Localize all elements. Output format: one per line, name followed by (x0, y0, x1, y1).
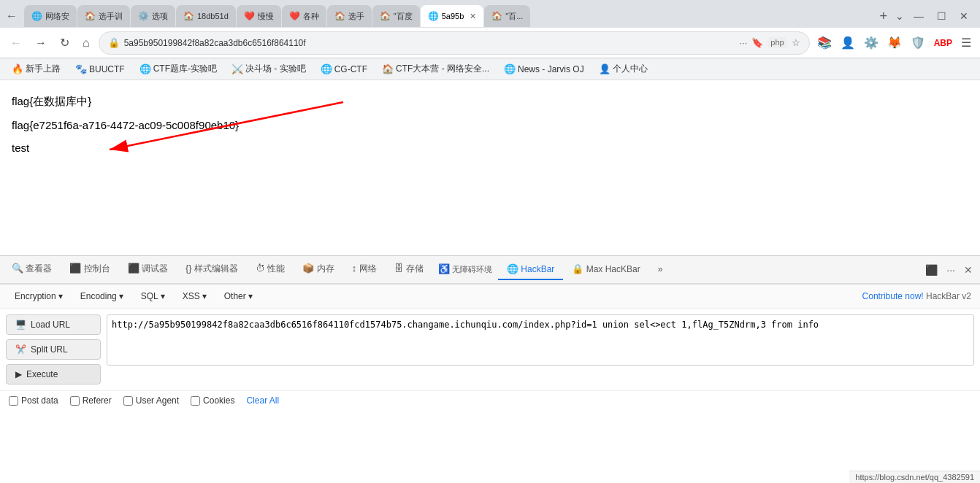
xss-chevron-icon: ▾ (202, 291, 207, 301)
tab-5[interactable]: ❤️ 慢慢 (237, 5, 281, 27)
tab-7[interactable]: 🏠 选手 (327, 5, 372, 27)
url-text: 5a95b950199842f8a82caa3db6c6516f864110f (124, 38, 735, 48)
firefox-icon[interactable]: 🦊 (884, 34, 905, 51)
hackbar-contribute: Contribute now! HackBar v2 (862, 291, 971, 301)
page-line-3: test (12, 142, 968, 154)
extensions-button[interactable]: 📚 (814, 34, 835, 51)
back-nav-button[interactable]: ← (6, 35, 26, 51)
post-data-checkbox-group[interactable]: Post data (9, 395, 58, 406)
devtools-tab-style-editor[interactable]: {} 样式编辑器 (177, 258, 247, 281)
hackbar-encryption-menu[interactable]: Encryption ▾ (9, 289, 69, 304)
execute-button[interactable]: ▶ Execute (6, 364, 101, 385)
star-icon[interactable]: ☆ (792, 37, 800, 48)
bookmark-news-jarvis-oj[interactable]: 🌐News - Jarvis OJ (498, 62, 590, 76)
referer-checkbox[interactable] (70, 396, 80, 406)
bookmark-juedouchang[interactable]: ⚔️决斗场 - 实验吧 (226, 61, 312, 77)
tab-menu-button[interactable]: ⌄ (892, 10, 907, 22)
reload-button[interactable]: ↻ (55, 34, 74, 51)
referer-checkbox-group[interactable]: Referer (70, 395, 112, 406)
hackbar-other-menu[interactable]: Other ▾ (218, 289, 259, 304)
sql-chevron-icon: ▾ (161, 291, 165, 301)
window-controls: — ☐ ✕ (908, 9, 980, 23)
tab-1[interactable]: 🌐 网络安 (24, 5, 77, 27)
back-button[interactable]: ← (0, 7, 23, 26)
bookmark-ctftiku[interactable]: 🌐CTF题库-实验吧 (134, 61, 223, 77)
account-button[interactable]: 👤 (838, 34, 858, 51)
forward-nav-button[interactable]: → (31, 35, 51, 51)
url-icons: ··· 🔖 php ☆ (739, 37, 800, 48)
shield-button[interactable]: 🛡️ (908, 34, 928, 51)
menu-button[interactable]: ☰ (958, 34, 974, 51)
devtools-tab-debugger[interactable]: ⬛ 调试器 (119, 258, 177, 281)
bookmark-cgctf[interactable]: 🌐CG-CTF (315, 62, 373, 76)
hackbar-xss-menu[interactable]: XSS ▾ (177, 289, 213, 304)
url-bar[interactable]: 🔒 5a95b950199842f8a82caa3db6c6516f864110… (99, 31, 810, 55)
devtools-tab-hackbar[interactable]: 🌐 HackBar (498, 259, 563, 280)
split-url-button[interactable]: ✂️ Split URL (6, 339, 101, 360)
tab-6[interactable]: ❤️ 各种 (282, 5, 326, 27)
devtools: 🔍 查看器 ⬛ 控制台 ⬛ 调试器 {} 样式编辑器 ⏱ 性能 📦 内存 ↕ 网… (0, 255, 980, 410)
devtools-tab-storage[interactable]: 🗄 存储 (386, 258, 432, 281)
user-agent-checkbox-group[interactable]: User Agent (123, 395, 179, 406)
devtools-tab-inspector[interactable]: 🔍 查看器 (3, 258, 61, 281)
close-window-button[interactable]: ✕ (954, 9, 974, 23)
tab-9-active[interactable]: 🌐 5a95b ✕ (421, 5, 484, 27)
hackbar-footer: Post data Referer User Agent Cookies Cle… (0, 390, 980, 410)
devtools-tab-bar: 🔍 查看器 ⬛ 控制台 ⬛ 调试器 {} 样式编辑器 ⏱ 性能 📦 内存 ↕ 网… (0, 256, 980, 284)
encoding-chevron-icon: ▾ (119, 291, 123, 301)
maximize-button[interactable]: ☐ (931, 9, 952, 23)
new-tab-button[interactable]: + (875, 9, 892, 24)
bookmark-personal-center[interactable]: 👤个人中心 (593, 61, 654, 77)
devtools-dock-button[interactable]: ⬛ (921, 261, 942, 279)
devtools-tab-performance[interactable]: ⏱ 性能 (247, 258, 294, 281)
hackbar: Encryption ▾ Encoding ▾ SQL ▾ XSS ▾ Othe… (0, 284, 980, 410)
toolbar-icons: 📚 👤 ⚙️ 🦊 🛡️ ABP ☰ (814, 34, 974, 51)
hackbar-sql-menu[interactable]: SQL ▾ (135, 289, 171, 304)
more-icon[interactable]: ··· (739, 37, 747, 48)
post-data-label: Post data (21, 395, 58, 406)
hackbar-url-area: http://5a95b950199842f8a82caa3db6c6516f8… (107, 314, 974, 385)
devtools-close-button[interactable]: ✕ (960, 261, 977, 279)
hackbar-encoding-menu[interactable]: Encoding ▾ (74, 289, 129, 304)
load-url-button[interactable]: 🖥️ Load URL (6, 314, 101, 335)
devtools-tab-max-hackbar[interactable]: 🔒 Max HacKBar (563, 259, 648, 280)
devtools-tab-more[interactable]: » (649, 260, 672, 280)
bookmark-xinshoushanlu[interactable]: 🔥新手上路 (6, 61, 66, 77)
cookies-checkbox[interactable] (191, 396, 200, 406)
split-url-icon: ✂️ (15, 344, 26, 355)
encryption-chevron-icon: ▾ (58, 291, 63, 301)
cookies-label: Cookies (203, 395, 234, 406)
tab-bar: ← 🌐 网络安 🏠 选手训 ⚙️ 选项 🏠 18db51d ❤️ 慢慢 ❤️ 各… (0, 0, 980, 28)
post-data-checkbox[interactable] (9, 396, 18, 406)
bookmark-buuctf[interactable]: 🐾BUUCTF (69, 62, 131, 76)
status-bar: https://blog.csdn.net/qq_4382591 (849, 471, 980, 483)
browser-chrome: ← 🌐 网络安 🏠 选手训 ⚙️ 选项 🏠 18db51d ❤️ 慢慢 ❤️ 各… (0, 0, 980, 80)
user-agent-checkbox[interactable] (123, 396, 133, 406)
bookmarks-bar: 🔥新手上路 🐾BUUCTF 🌐CTF题库-实验吧 ⚔️决斗场 - 实验吧 🌐CG… (0, 58, 980, 80)
contribute-link[interactable]: Contribute now! (862, 291, 924, 301)
hackbar-action-buttons: 🖥️ Load URL ✂️ Split URL ▶ Execute (6, 314, 101, 385)
referer-label: Referer (83, 395, 112, 406)
hackbar-url-input[interactable]: http://5a95b950199842f8a82caa3db6c6516f8… (107, 314, 974, 366)
tab-8[interactable]: 🏠 "百度 (372, 5, 420, 27)
devtools-tab-memory[interactable]: 📦 内存 (294, 258, 342, 281)
adblock-button[interactable]: ABP (931, 36, 955, 50)
devtools-tab-accessibility[interactable]: ♿ 无障碍环境 (432, 259, 498, 281)
home-button[interactable]: ⌂ (78, 35, 94, 51)
clear-all-button[interactable]: Clear All (246, 395, 279, 406)
tab-3[interactable]: ⚙️ 选项 (131, 5, 175, 27)
tab-2[interactable]: 🏠 选手训 (77, 5, 130, 27)
tab-10[interactable]: 🏠 "百... (484, 5, 530, 27)
cookies-checkbox-group[interactable]: Cookies (191, 395, 234, 406)
bookmark-icon[interactable]: 🔖 (751, 37, 763, 48)
devtools-tab-network[interactable]: ↕ 网络 (343, 258, 386, 281)
tab-close-icon[interactable]: ✕ (470, 12, 476, 21)
tab-4[interactable]: 🏠 18db51d (176, 5, 236, 27)
load-url-icon: 🖥️ (15, 320, 26, 330)
minimize-button[interactable]: — (908, 9, 930, 23)
settings-button[interactable]: ⚙️ (861, 34, 881, 51)
devtools-options-button[interactable]: ··· (942, 261, 960, 279)
devtools-tab-console[interactable]: ⬛ 控制台 (61, 258, 118, 281)
bookmark-ctfdabaying[interactable]: 🏠CTF大本营 - 网络安全... (376, 61, 495, 77)
execute-icon: ▶ (15, 369, 22, 379)
